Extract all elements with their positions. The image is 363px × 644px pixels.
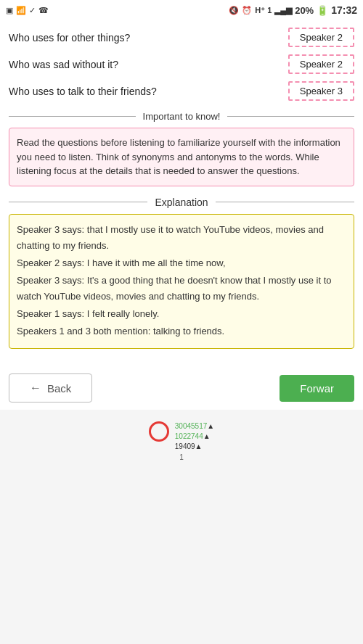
phone-icon: ☎ (38, 6, 49, 15)
main-content: Who uses for other things? Speaker 2 Who… (0, 20, 363, 366)
clock-icon: ⏰ (242, 6, 252, 15)
check-icon: ✓ (29, 6, 36, 15)
explanation-divider-right (216, 202, 354, 202)
explanation-line-1: Speaker 3 says: that I mostly use it to … (17, 222, 346, 254)
battery-icon: 🔋 (317, 5, 328, 16)
time-display: 17:32 (331, 4, 357, 16)
battery-percent: 20% (295, 5, 314, 16)
footer-num3: 1022744 (175, 432, 203, 440)
explanation-line-5: Speakers 1 and 3 both mention: talking t… (17, 323, 346, 339)
question-text-1: Who uses for other things? (9, 32, 285, 44)
mute-icon: 🔇 (229, 6, 239, 15)
info-text: Read the questions before listening to f… (17, 137, 340, 176)
important-label: Important to know! (136, 111, 228, 122)
forward-button[interactable]: Forwar (280, 375, 354, 402)
explanation-section: Explanation (9, 197, 354, 208)
speaker-badge-1: Speaker 2 (288, 28, 354, 47)
footer-num2: 30045517 (175, 422, 208, 430)
back-button[interactable]: ← Back (9, 373, 92, 402)
question-row-3: Who uses to talk to their friends? Speak… (9, 81, 354, 101)
footer-num1: 1 (179, 453, 184, 461)
screen-icon: ▣ (6, 6, 13, 15)
explanation-line-3: Speaker 3 says: It's a good thing that h… (17, 273, 346, 305)
footer-area: 30045517▲ 1022744▲ 19409▲ 1 (0, 410, 363, 468)
important-section: Important to know! (9, 111, 354, 122)
question-row-1: Who uses for other things? Speaker 2 (9, 28, 354, 47)
bottom-buttons: ← Back Forwar (0, 366, 363, 410)
explanation-box: Speaker 3 says: that I mostly use it to … (9, 214, 354, 350)
footer-num4: 19409 (175, 442, 195, 450)
footer-numbers: 30045517▲ 1022744▲ 19409▲ (175, 421, 214, 452)
wifi-icon: 📶 (16, 6, 26, 15)
speaker-badge-2: Speaker 2 (288, 54, 354, 74)
explanation-line-4: Speaker 1 says: I felt really lonely. (17, 306, 346, 322)
explanation-line-2: Speaker 2 says: I have it with me all th… (17, 255, 346, 271)
divider-right (227, 116, 354, 117)
forward-label: Forwar (300, 382, 334, 395)
divider-left (9, 116, 136, 117)
back-label: Back (47, 382, 71, 395)
status-bar-left: ▣ 📶 ✓ ☎ (6, 6, 49, 15)
question-row-2: Who was sad without it? Speaker 2 (9, 54, 354, 74)
info-box: Read the questions before listening to f… (9, 128, 354, 186)
speaker-badge-3: Speaker 3 (288, 81, 354, 101)
signal-icon: H⁺ 1 (255, 6, 272, 15)
question-text-2: Who was sad without it? (9, 59, 285, 70)
explanation-label: Explanation (147, 197, 215, 208)
status-bar-right: 🔇 ⏰ H⁺ 1 ▂▄▆ 20% 🔋 17:32 (229, 4, 357, 16)
footer-circle-icon (149, 421, 169, 442)
question-text-3: Who uses to talk to their friends? (9, 86, 285, 97)
footer-row: 30045517▲ 1022744▲ 19409▲ (149, 421, 214, 452)
signal-bars-icon: ▂▄▆ (274, 6, 292, 15)
status-bar: ▣ 📶 ✓ ☎ 🔇 ⏰ H⁺ 1 ▂▄▆ 20% 🔋 17:32 (0, 0, 363, 20)
back-arrow-icon: ← (30, 381, 41, 395)
explanation-divider-left (9, 202, 147, 202)
